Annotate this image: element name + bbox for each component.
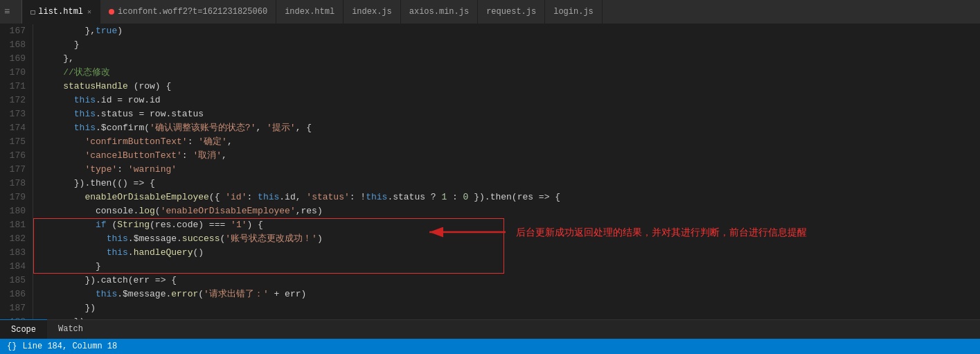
code-line: enableOrDisableEmployee({ 'id': this.id,… [42,191,980,204]
tab-label: index.js [352,7,392,17]
tab-label: axios.min.js [409,7,469,17]
line-number: 179 [0,191,26,204]
code-line: 'type': 'warning' [42,163,980,177]
line-number: 176 [0,149,26,163]
line-number: 187 [0,301,26,315]
line-number: 182 [0,232,26,246]
code-line: this.$confirm('确认调整该账号的状态?', '提示', { [42,121,980,135]
code-lines-container: },true) } }, //状态修改 statusHandle (row) {… [42,24,980,339]
tab-label: login.js [553,7,594,17]
code-line: } [42,38,980,52]
line-number: 168 [0,38,26,52]
code-line: 'cancelButtonText': '取消', [42,149,980,163]
line-number: 170 [0,66,26,80]
tab-label: index.html [285,7,335,17]
code-line: statusHandle (row) { [42,80,980,94]
code-line: },true) [42,24,980,38]
tab-scope[interactable]: Scope [0,319,47,339]
line-number: 184 [0,260,26,274]
code-content[interactable]: },true) } }, //状态修改 statusHandle (row) {… [33,24,980,339]
code-line: if (String(res.code) === '1') { [42,218,980,232]
line-number: 186 [0,287,26,301]
tab-index-html[interactable]: index.html [276,0,344,24]
status-bar: {} Line 184, Column 18 [0,339,980,354]
code-line: this.$message.success('账号状态更改成功！') [42,232,980,246]
code-line: this.id = row.id [42,94,980,107]
code-line: //状态修改 [42,66,980,80]
line-number: 178 [0,177,26,191]
code-line: }).then(() => { [42,177,980,191]
code-line: this.$message.error('请求出错了：' + err) [42,287,980,301]
line-number: 174 [0,121,26,135]
tab-iconfont[interactable]: iconfont.woff2?t=1621231825060 [100,0,276,24]
code-line: }).catch(err => { [42,274,980,287]
sidebar-toggle[interactable]: ≡ [0,0,22,24]
code-line: }) [42,301,980,315]
line-number: 185 [0,274,26,287]
line-number: 171 [0,80,26,94]
tab-login-js[interactable]: login.js [545,0,603,24]
line-number: 169 [0,52,26,66]
tab-index-js[interactable]: index.js [344,0,401,24]
code-line: this.handleQuery() [42,246,980,260]
code-line: 'confirmButtonText': '确定', [42,135,980,149]
tab-axios-min-js[interactable]: axios.min.js [401,0,478,24]
tab-label: list.html [38,7,83,17]
tab-bar: ≡ ◻ list.html ✕ iconfont.woff2?t=1621231… [0,0,980,24]
error-indicator [109,9,114,15]
file-icon: ◻ [30,7,35,17]
line-number: 175 [0,135,26,149]
line-number: 183 [0,246,26,260]
code-line: }, [42,52,980,66]
close-icon[interactable]: ✕ [87,8,91,16]
status-text: Line 184, Column 18 [22,342,117,351]
line-number: 173 [0,107,26,121]
status-symbol: {} [7,342,17,351]
bottom-panel-tabs: Scope Watch [0,319,980,339]
line-numbers: 1671681691701711721731741751761771781791… [0,24,33,339]
line-number: 180 [0,204,26,218]
line-number: 172 [0,94,26,107]
tab-label: iconfont.woff2?t=1621231825060 [118,7,267,17]
line-number: 181 [0,218,26,232]
code-line: } [42,260,980,274]
tab-watch[interactable]: Watch [47,319,94,339]
tab-list-html[interactable]: ◻ list.html ✕ [22,0,100,24]
code-line: this.status = row.status [42,107,980,121]
line-number: 177 [0,163,26,177]
tab-request-js[interactable]: request.js [478,0,545,24]
code-line: console.log('enableOrDisableEmployee',re… [42,204,980,218]
tab-label: request.js [486,7,536,17]
editor-area: 1671681691701711721731741751761771781791… [0,24,980,339]
line-number: 167 [0,24,26,38]
